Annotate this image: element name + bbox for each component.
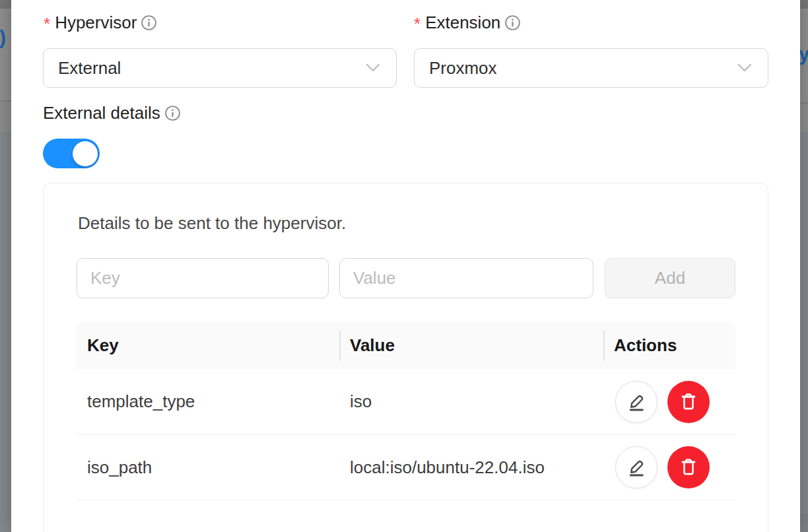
table-row: template_type iso xyxy=(77,369,735,435)
info-icon[interactable] xyxy=(164,105,181,121)
panel-description: Details to be sent to the hypervisor. xyxy=(78,213,346,234)
row-value-cell: iso xyxy=(339,391,603,412)
trash-icon xyxy=(678,391,699,413)
delete-button[interactable] xyxy=(667,446,710,488)
key-input[interactable] xyxy=(77,258,329,298)
backdrop-band xyxy=(800,132,808,514)
info-icon[interactable] xyxy=(504,15,521,31)
external-details-label-text: External details xyxy=(43,102,160,123)
info-icon[interactable] xyxy=(141,15,157,31)
delete-button[interactable] xyxy=(667,381,710,423)
backdrop-link-fragment-right: ys xyxy=(800,44,808,65)
table-header-row: Key Value Actions xyxy=(77,322,735,369)
row-actions-cell xyxy=(603,381,735,423)
table-header-key: Key xyxy=(77,335,339,356)
table-row: iso_path local:iso/ubuntu-22.04.iso xyxy=(77,435,735,500)
chevron-down-icon xyxy=(736,58,753,79)
extension-select-value: Proxmox xyxy=(429,58,497,79)
backdrop-band xyxy=(800,514,808,532)
extension-select[interactable]: Proxmox xyxy=(414,48,768,88)
backdrop-band xyxy=(800,0,808,9)
hypervisor-select[interactable]: External xyxy=(43,48,397,88)
row-key-cell: template_type xyxy=(77,391,339,412)
external-details-label: External details xyxy=(43,102,181,123)
external-details-panel: Details to be sent to the hypervisor. Ad… xyxy=(43,183,768,532)
hypervisor-label-text: Hypervisor xyxy=(55,12,137,33)
hypervisor-select-value: External xyxy=(58,58,121,79)
chevron-down-icon xyxy=(364,58,382,79)
toggle-knob xyxy=(73,141,98,166)
backdrop-band xyxy=(0,132,11,532)
screen: ) ys * Hypervisor External xyxy=(0,0,808,532)
extension-label-text: Extension xyxy=(425,12,500,33)
row-value-cell: local:iso/ubuntu-22.04.iso xyxy=(339,457,603,478)
backdrop-band xyxy=(0,102,11,132)
backdrop-band xyxy=(0,9,11,100)
backdrop-band xyxy=(0,0,11,9)
external-details-toggle[interactable] xyxy=(43,139,100,168)
pencil-icon xyxy=(625,391,648,413)
key-value-table: Key Value Actions template_type iso xyxy=(77,322,735,500)
backdrop-left-strip: ) xyxy=(0,0,11,532)
backdrop-link-fragment-left: ) xyxy=(0,26,6,49)
required-mark: * xyxy=(44,13,50,34)
backdrop-band xyxy=(800,104,808,132)
table-header-value: Value xyxy=(339,335,603,356)
edit-button[interactable] xyxy=(615,446,657,488)
column-divider xyxy=(339,331,341,360)
extension-label: * Extension xyxy=(414,12,521,33)
pencil-icon xyxy=(625,456,648,479)
edit-button[interactable] xyxy=(615,381,657,423)
table-header-actions: Actions xyxy=(603,335,735,356)
trash-icon xyxy=(678,457,699,478)
value-input[interactable] xyxy=(339,258,593,298)
add-button[interactable]: Add xyxy=(605,258,735,298)
hypervisor-label: * Hypervisor xyxy=(44,12,157,33)
backdrop-right-strip: ys xyxy=(800,0,808,532)
row-key-cell: iso_path xyxy=(77,457,339,478)
row-actions-cell xyxy=(603,446,735,488)
required-mark: * xyxy=(414,13,421,34)
column-divider xyxy=(603,331,605,360)
